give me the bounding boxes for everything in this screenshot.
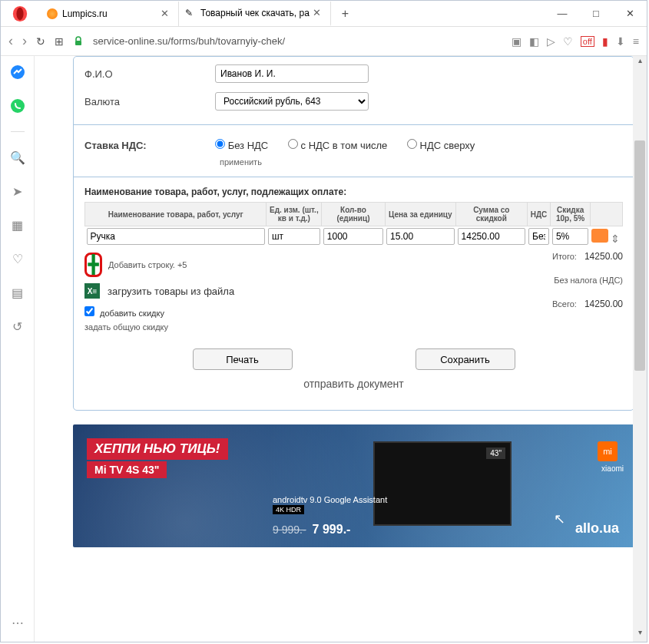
window-controls: ― □ ✕ <box>545 2 647 26</box>
titlebar: Lumpics.ru ✕ ✎ Товарный чек скачать, ра … <box>1 1 647 27</box>
flow-icon[interactable]: ➤ <box>9 183 26 200</box>
tab-close[interactable]: ✕ <box>157 8 172 19</box>
excel-icon[interactable]: X≡ <box>84 283 100 299</box>
opera-logo <box>12 5 28 22</box>
items-table: Наименование товара, работ, услуг Ед. из… <box>84 202 623 246</box>
tab-title: Товарный чек скачать, ра <box>200 8 310 18</box>
tab-close[interactable]: ✕ <box>310 7 324 18</box>
currency-label: Валюта <box>84 96 215 107</box>
tab-active[interactable]: ✎ Товарный чек скачать, ра ✕ <box>179 2 331 26</box>
item-price-input[interactable] <box>386 228 455 245</box>
new-tab-button[interactable]: + <box>331 7 359 21</box>
vat-label: Ставка НДС: <box>84 140 215 151</box>
ad-logo: mi <box>598 441 618 461</box>
scrollbar[interactable]: ▴ ▾ <box>633 56 647 642</box>
forward-button[interactable]: › <box>22 33 27 49</box>
page-content: Ф.И.О Валюта Российский рубль, 643 Ставк… <box>35 56 647 642</box>
speed-dial-icon[interactable]: ▦ <box>9 216 26 233</box>
th-qty: Кол-во (единиц) <box>322 203 385 226</box>
scroll-down[interactable]: ▾ <box>633 628 647 642</box>
save-button[interactable]: Сохранить <box>416 348 515 370</box>
vsego-label: Всего: <box>552 299 577 309</box>
add-row-label[interactable]: Добавить строку. +5 <box>108 260 187 269</box>
search-icon[interactable]: 🔍 <box>9 149 26 166</box>
favicon-pencil: ✎ <box>185 8 196 18</box>
svg-rect-2 <box>75 41 81 45</box>
whatsapp-icon[interactable] <box>9 97 26 114</box>
adblock-icon[interactable]: off <box>581 36 594 47</box>
plus-icon[interactable]: ╋ <box>88 255 98 274</box>
item-name-input[interactable] <box>87 228 265 245</box>
scroll-up[interactable]: ▴ <box>633 56 647 70</box>
news-icon[interactable]: ▤ <box>9 284 26 301</box>
svg-point-4 <box>11 99 25 113</box>
form-card: Ф.И.О Валюта Российский рубль, 643 Ставк… <box>73 56 634 411</box>
row-fio: Ф.И.О <box>84 60 623 88</box>
minimize-button[interactable]: ― <box>545 2 579 26</box>
download-icon[interactable]: ⬇ <box>616 35 625 48</box>
set-discount-link[interactable]: задать общую скидку <box>84 322 261 332</box>
upload-label[interactable]: загрузить товары из файла <box>108 286 234 297</box>
ad-headline: ХЕППИ НЬЮ ТИЦЬ! <box>87 438 228 460</box>
svg-point-1 <box>16 7 23 20</box>
bookmarks-icon[interactable]: ♡ <box>9 250 26 267</box>
add-discount-checkbox[interactable]: добавить скидку <box>84 309 164 318</box>
vpn-icon[interactable]: ▷ <box>547 35 555 48</box>
messenger-icon[interactable] <box>9 64 26 81</box>
ad-brand: xiaomi <box>601 464 624 473</box>
th-name: Наименование товара, работ, услуг <box>85 203 267 226</box>
add-row: ╋ Добавить строку. +5 <box>84 253 261 277</box>
speed-dial-button[interactable]: ⊞ <box>55 35 64 48</box>
ad-banner[interactable]: ХЕППИ НЬЮ ТИЦЬ! Mi TV 4S 43" mi xiaomi a… <box>73 424 634 547</box>
tab-lumpics[interactable]: Lumpics.ru ✕ <box>41 2 179 26</box>
ad-android: androidtv 9.0 Google Assistant4K HDR <box>273 495 387 514</box>
drag-handle[interactable]: ⇕ <box>611 233 620 245</box>
back-button[interactable]: ‹ <box>8 33 13 49</box>
currency-select[interactable]: Российский рубль, 643 <box>215 92 369 111</box>
screenshot-icon[interactable]: ▣ <box>512 35 522 48</box>
item-disc-input[interactable] <box>552 228 588 245</box>
tab-title: Lumpics.ru <box>62 8 108 19</box>
cursor-icon: ↖ <box>554 510 565 527</box>
easy-setup-icon[interactable]: ≡ <box>633 35 639 48</box>
heart-icon[interactable]: ♡ <box>563 35 573 48</box>
history-icon[interactable]: ↺ <box>9 318 26 335</box>
url-toolbar: ‹ › ↻ ⊞ service-online.su/forms/buh/tova… <box>1 27 647 56</box>
item-vat-input[interactable] <box>528 228 549 245</box>
reload-button[interactable]: ↻ <box>36 35 45 48</box>
ad-price: 9 999.-7 999.- <box>273 523 350 537</box>
add-row-highlight: ╋ <box>84 253 102 277</box>
lock-icon <box>73 36 84 47</box>
apply-link[interactable]: применить <box>220 157 262 167</box>
extension-icon[interactable]: ▮ <box>602 35 608 48</box>
fio-input[interactable] <box>215 64 369 83</box>
th-unit: Ед. изм. (шт., кв и т.д.) <box>267 203 322 226</box>
table-title: Наименование товара, работ, услуг, подле… <box>84 187 623 197</box>
th-price: Цена за единицу <box>385 203 456 226</box>
delete-row-button[interactable] <box>591 229 608 243</box>
vat-opt-incl[interactable]: с НДС в том числе <box>288 140 387 151</box>
print-button[interactable]: Печать <box>193 348 293 370</box>
vat-opt-top[interactable]: НДС сверху <box>407 140 475 151</box>
upload-row: X≡ загрузить товары из файла <box>84 283 261 299</box>
vat-opt-none[interactable]: Без НДС <box>215 140 268 151</box>
video-popup-icon[interactable]: ◧ <box>529 35 539 48</box>
discount-checkbox-row: добавить скидку <box>84 306 261 318</box>
maximize-button[interactable]: □ <box>579 2 613 26</box>
close-window-button[interactable]: ✕ <box>613 2 647 26</box>
th-disc: Скидка 10р, 5% <box>551 203 590 226</box>
th-sum: Сумма со скидкой <box>456 203 528 226</box>
item-qty-input[interactable] <box>323 228 383 245</box>
send-doc-link[interactable]: отправить документ <box>84 378 623 390</box>
vsego-value: 14250.00 <box>584 299 623 309</box>
more-icon[interactable]: ⋯ <box>9 614 26 631</box>
item-unit-input[interactable] <box>268 228 320 245</box>
ad-subhead: Mi TV 4S 43" <box>87 461 167 478</box>
scrollbar-thumb[interactable] <box>634 140 645 371</box>
itogo-value: 14250.00 <box>584 251 623 262</box>
ad-tv-image <box>373 441 512 526</box>
item-sum-input[interactable] <box>458 228 526 245</box>
fio-label: Ф.И.О <box>84 68 215 80</box>
itogo-label: Итого: <box>552 252 577 261</box>
url-text[interactable]: service-online.su/forms/buh/tovarnyiy-ch… <box>93 35 502 47</box>
